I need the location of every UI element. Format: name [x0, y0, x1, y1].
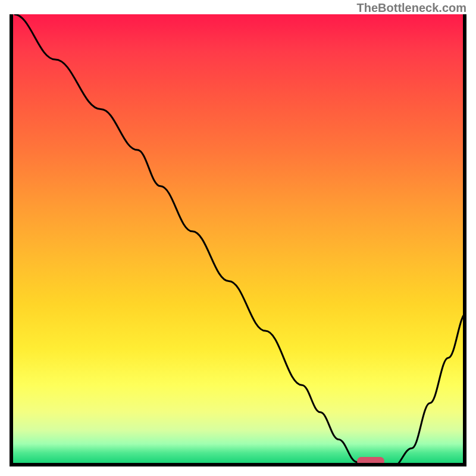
chart-area [10, 14, 466, 466]
axis-right [463, 14, 466, 466]
axis-bottom [10, 463, 466, 466]
watermark-text: TheBottleneck.com [357, 1, 466, 15]
bottleneck-curve [10, 14, 466, 466]
axis-left [10, 14, 13, 466]
